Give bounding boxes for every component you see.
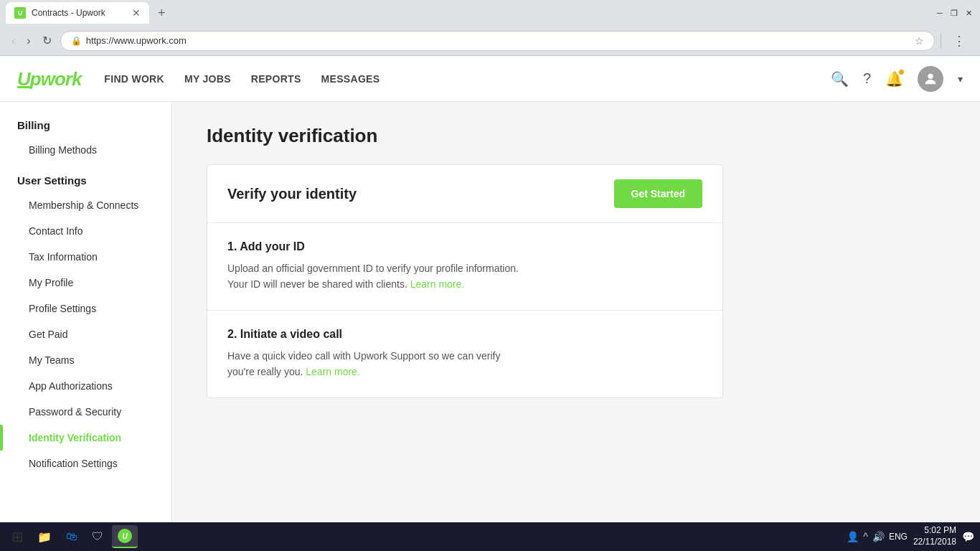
card-header-title: Verify your identity: [227, 186, 357, 202]
start-button[interactable]: ⊞: [6, 525, 29, 548]
sidebar-item-my-teams[interactable]: My Teams: [0, 347, 171, 373]
find-work-link[interactable]: FIND WORK: [104, 73, 164, 85]
sidebar-item-identity-verification[interactable]: Identity Verification: [0, 425, 171, 451]
step2-title: 2. Initiate a video call: [227, 328, 702, 341]
avatar-icon: [923, 71, 938, 87]
step1-learn-more-link[interactable]: Learn more.: [410, 278, 464, 290]
top-navigation: Upwork FIND WORK MY JOBS REPORTS MESSAGE…: [0, 56, 980, 102]
main-content: Identity verification Verify your identi…: [172, 102, 980, 522]
volume-icon: 🔊: [872, 531, 885, 542]
sidebar-item-billing-methods[interactable]: Billing Methods: [0, 137, 171, 163]
sidebar-item-membership-connects[interactable]: Membership & Connects: [0, 192, 171, 218]
reload-button[interactable]: ↻: [39, 31, 55, 50]
taskbar-time-display: 5:02 PM 22/11/2018: [913, 525, 956, 547]
my-jobs-link[interactable]: MY JOBS: [184, 73, 231, 85]
nav-links: FIND WORK MY JOBS REPORTS MESSAGES: [104, 73, 380, 85]
messages-link[interactable]: MESSAGES: [321, 73, 380, 85]
identity-verification-card: Verify your identity Get Started 1. Add …: [207, 164, 723, 398]
tab-favicon: U: [14, 7, 26, 19]
sidebar-item-profile-settings[interactable]: Profile Settings: [0, 296, 171, 321]
taskbar-store[interactable]: 🛍: [60, 525, 83, 548]
step2-description: Have a quick video call with Upwork Supp…: [227, 348, 702, 380]
user-avatar-button[interactable]: [918, 66, 943, 92]
address-input[interactable]: 🔒 https://www.upwork.com ☆: [60, 31, 935, 51]
svg-point-0: [928, 73, 933, 78]
browser-menu-button[interactable]: ⋮: [947, 30, 971, 52]
help-button[interactable]: ?: [863, 70, 871, 87]
security-icon: 🛡: [92, 530, 103, 543]
forward-button[interactable]: ›: [24, 32, 33, 50]
sidebar-item-my-profile[interactable]: My Profile: [0, 270, 171, 296]
sidebar-item-get-paid[interactable]: Get Paid: [0, 321, 171, 347]
logo-u: U: [17, 70, 30, 88]
sidebar-item-password-security[interactable]: Password & Security: [0, 399, 171, 425]
user-settings-section-title: User Settings: [0, 174, 171, 192]
taskbar-file-explorer[interactable]: 📁: [32, 525, 57, 548]
upwork-logo[interactable]: Upwork: [17, 70, 81, 88]
clock-time: 5:02 PM: [913, 525, 956, 537]
file-explorer-icon: 📁: [37, 530, 52, 544]
divider: [941, 34, 941, 48]
browser-title-bar: U Contracts - Upwork ✕ + ─ ❐ ✕: [0, 0, 980, 26]
people-icon: 👤: [847, 531, 859, 542]
taskbar-security[interactable]: 🛡: [86, 525, 109, 548]
minimize-button[interactable]: ─: [934, 7, 946, 19]
taskbar-upwork-app[interactable]: U: [112, 525, 138, 548]
get-started-button[interactable]: Get Started: [614, 179, 702, 208]
url-text: https://www.upwork.com: [86, 35, 187, 46]
bookmark-star-icon[interactable]: ☆: [915, 35, 924, 47]
notifications-button[interactable]: 🔔: [885, 70, 903, 88]
step2-learn-more-link[interactable]: Learn more.: [306, 366, 359, 377]
notifications-tray-icon[interactable]: 💬: [962, 531, 974, 542]
address-bar: ‹ › ↻ 🔒 https://www.upwork.com ☆ ⋮: [0, 26, 980, 56]
taskbar-upwork-icon: U: [118, 529, 132, 543]
card-header: Verify your identity Get Started: [207, 165, 722, 223]
language-label: ENG: [889, 532, 908, 542]
step2-desc2: you're really you.: [227, 366, 303, 377]
user-dropdown-arrow[interactable]: ▾: [958, 73, 963, 85]
back-button[interactable]: ‹: [9, 32, 18, 50]
sidebar-item-tax-information[interactable]: Tax Information: [0, 244, 171, 270]
taskbar-icon-group: 👤 ^ 🔊 ENG: [847, 531, 908, 542]
window-controls: ─ ❐ ✕: [934, 7, 974, 19]
sidebar-item-contact-info[interactable]: Contact Info: [0, 218, 171, 244]
page-title: Identity verification: [207, 125, 946, 147]
store-icon: 🛍: [66, 530, 77, 543]
sidebar-item-app-authorizations[interactable]: App Authorizations: [0, 373, 171, 399]
security-lock-icon: 🔒: [71, 36, 82, 46]
network-icon: ^: [863, 531, 868, 542]
new-tab-button[interactable]: +: [152, 6, 171, 21]
tab-title: Contracts - Upwork: [32, 8, 105, 18]
clock-date: 22/11/2018: [913, 537, 956, 548]
step2-desc1: Have a quick video call with Upwork Supp…: [227, 350, 501, 362]
nav-right: 🔍 ? 🔔 ▾: [831, 66, 963, 92]
step1-desc2: Your ID will never be shared with client…: [227, 278, 407, 290]
search-button[interactable]: 🔍: [831, 70, 849, 88]
reports-link[interactable]: REPORTS: [251, 73, 301, 85]
sidebar: Billing Billing Methods User Settings Me…: [0, 102, 172, 522]
taskbar: ⊞ 📁 🛍 🛡 U 👤 ^ 🔊 ENG 5:02 PM 22/11/2018 💬: [0, 522, 980, 551]
maximize-button[interactable]: ❐: [948, 7, 960, 19]
logo-text: Upwork: [17, 70, 81, 88]
step2-section: 2. Initiate a video call Have a quick vi…: [207, 310, 722, 397]
step1-description: Upload an official government ID to veri…: [227, 260, 702, 293]
taskbar-right: 👤 ^ 🔊 ENG 5:02 PM 22/11/2018 💬: [847, 525, 974, 547]
page-content: Upwork FIND WORK MY JOBS REPORTS MESSAGE…: [0, 56, 980, 522]
close-button[interactable]: ✕: [963, 7, 974, 19]
billing-section-title: Billing: [0, 119, 171, 137]
notification-dot: [898, 69, 905, 75]
tab-close-btn[interactable]: ✕: [132, 7, 141, 19]
step1-title: 1. Add your ID: [227, 240, 702, 253]
step1-section: 1. Add your ID Upload an official govern…: [207, 223, 722, 310]
main-layout: Billing Billing Methods User Settings Me…: [0, 102, 980, 522]
step1-desc1: Upload an official government ID to veri…: [227, 263, 519, 274]
browser-tab[interactable]: U Contracts - Upwork ✕: [6, 2, 149, 24]
sidebar-item-notification-settings[interactable]: Notification Settings: [0, 451, 171, 476]
sidebar-gap: [0, 163, 171, 174]
